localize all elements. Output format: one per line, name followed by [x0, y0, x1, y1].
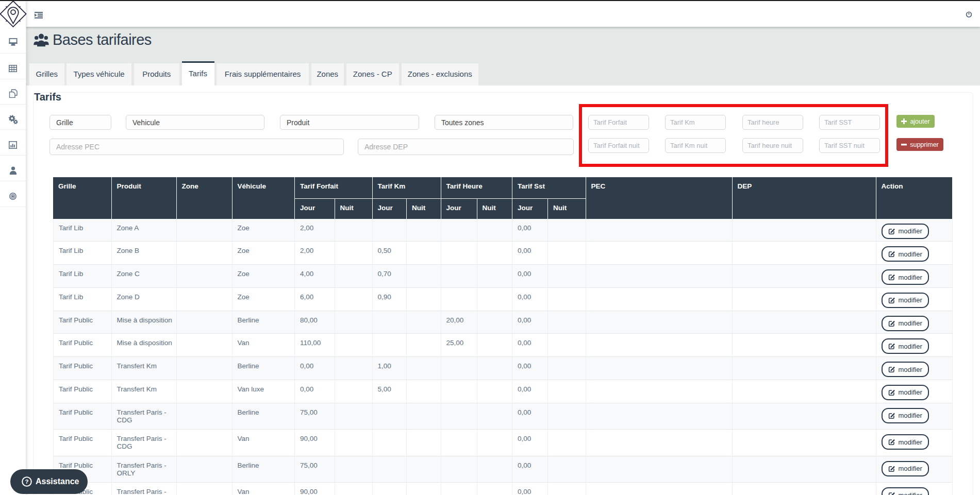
svg-text:?: ?	[25, 479, 29, 485]
